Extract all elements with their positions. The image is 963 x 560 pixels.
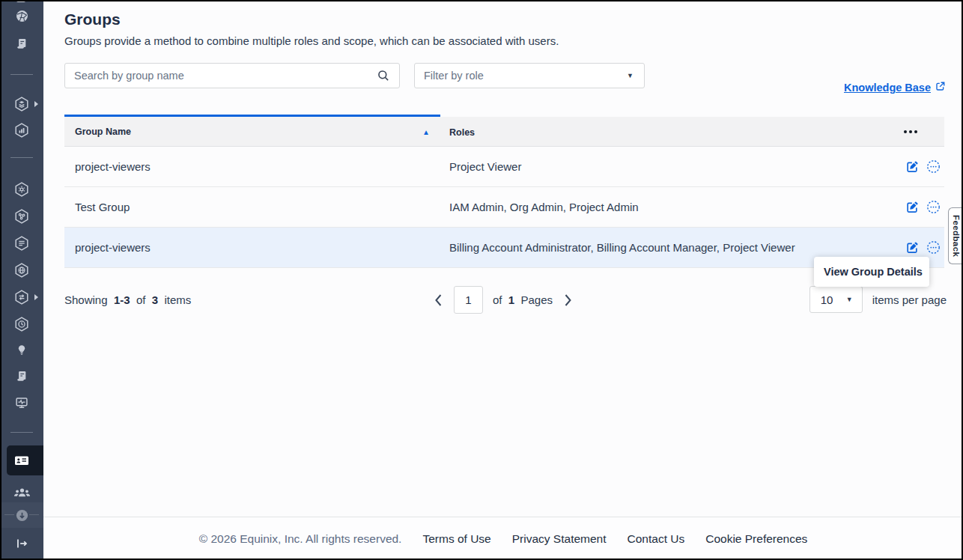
total-pages: 1 [508, 293, 514, 306]
sidebar-item-monitoring[interactable] [0, 389, 43, 416]
group-name-cell: project-viewers [64, 241, 440, 254]
cookie-preferences-link[interactable]: Cookie Preferences [705, 532, 807, 546]
column-header-roles[interactable]: Roles [440, 125, 875, 139]
table-options-menu-icon[interactable] [899, 126, 935, 138]
monitor-pulse-icon [13, 395, 30, 411]
footer: © 2026 Equinix, Inc. All rights reserved… [43, 517, 963, 560]
page-title: Groups [64, 10, 121, 28]
edit-group-icon[interactable] [905, 240, 920, 255]
sidebar-logout-button[interactable] [0, 530, 43, 557]
stack-hex-icon [13, 235, 30, 252]
per-page-value: 10 [821, 293, 833, 306]
groups-table: Group Name ▲ Roles project-viewers Proje… [64, 115, 944, 268]
sidebar-item-documentation[interactable] [0, 30, 43, 57]
terms-of-use-link[interactable]: Terms of Use [422, 532, 490, 546]
roles-header-label: Roles [449, 127, 475, 138]
layers-hex-icon [13, 96, 30, 112]
roles-cell: IAM Admin, Org Admin, Project Admin [440, 201, 875, 213]
network-hex-icon [13, 208, 30, 225]
more-options-icon[interactable] [926, 199, 941, 215]
more-options-icon[interactable] [926, 159, 941, 174]
privacy-statement-link[interactable]: Privacy Statement [512, 532, 607, 546]
search-icon[interactable] [377, 69, 390, 82]
showing-count: Showing 1-3 of 3 items [64, 293, 191, 306]
sidebar-scroll-down-button[interactable] [0, 502, 43, 528]
page-number-input[interactable] [454, 286, 483, 314]
sidebar [0, 0, 43, 560]
sidebar-item-internet[interactable] [0, 257, 43, 284]
sidebar-item-analytics[interactable] [0, 117, 43, 144]
main-content: Groups Groups provide a method to combin… [43, 0, 963, 560]
external-link-icon [935, 81, 946, 94]
sidebar-divider [10, 157, 33, 158]
sidebar-item-layers[interactable] [0, 91, 43, 118]
gear-hex-icon [13, 181, 30, 198]
table-row-highlighted[interactable]: project-viewers Billing Account Administ… [64, 228, 944, 268]
showing-items-label: items [164, 293, 191, 306]
knowledge-base-label: Knowledge Base [844, 82, 931, 94]
sidebar-item-identity-active[interactable] [0, 447, 43, 474]
more-options-icon-open[interactable] [926, 240, 941, 255]
chevron-right-icon [34, 294, 38, 300]
roles-cell: Project Viewer [440, 160, 875, 173]
logout-icon [13, 535, 30, 552]
items-per-page: 10 ▼ items per page [809, 286, 947, 313]
row-context-menu: View Group Details [814, 257, 929, 287]
filter-label: Filter by role [424, 70, 484, 82]
roles-cell: Billing Account Administrator, Billing A… [440, 241, 875, 254]
sidebar-item-docs[interactable] [0, 362, 43, 389]
document-icon [14, 36, 30, 52]
bar-chart-hex-icon [13, 122, 30, 139]
sidebar-item-time[interactable] [0, 311, 43, 338]
page-of-label: of [493, 293, 502, 306]
showing-range: 1-3 [114, 293, 130, 306]
feedback-tab[interactable]: Feedback [948, 207, 963, 264]
edit-group-icon[interactable] [905, 159, 920, 174]
scroll-down-circle-icon [15, 508, 29, 523]
table-header: Group Name ▲ Roles [64, 115, 944, 147]
search-input[interactable] [65, 70, 377, 82]
page-of-text: of 1 Pages [493, 293, 553, 306]
pages-label: Pages [521, 293, 553, 306]
fabric-globe-icon [14, 8, 30, 24]
sidebar-divider [10, 74, 33, 75]
per-page-label: items per page [872, 293, 947, 306]
group-name-header-label: Group Name [75, 127, 131, 137]
sidebar-item-services[interactable] [0, 176, 43, 203]
group-name-cell: Test Group [64, 201, 440, 213]
sidebar-item-transfers[interactable] [0, 284, 43, 311]
transfer-arrows-hex-icon [13, 289, 30, 305]
id-card-icon [13, 451, 31, 469]
knowledge-base-link[interactable]: Knowledge Base [844, 81, 946, 94]
contact-us-link[interactable]: Contact Us [628, 532, 685, 546]
items-per-page-select[interactable]: 10 ▼ [809, 286, 863, 313]
sidebar-divider [10, 432, 33, 433]
clock-hex-icon [13, 316, 30, 332]
column-header-group-name[interactable]: Group Name ▲ [64, 127, 440, 137]
user-groups-icon [13, 484, 31, 501]
chevron-down-icon: ▼ [627, 72, 634, 79]
sidebar-item-network-graph[interactable] [0, 203, 43, 230]
pager: of 1 Pages [433, 286, 574, 314]
sidebar-item-fabric[interactable] [0, 2, 43, 29]
copyright-text: © 2026 Equinix, Inc. All rights reserved… [199, 532, 402, 546]
page-description: Groups provide a method to combine multi… [64, 34, 559, 47]
table-row[interactable]: project-viewers Project Viewer [64, 147, 944, 187]
sidebar-item-stack[interactable] [0, 230, 43, 257]
chevron-down-icon: ▼ [846, 296, 853, 303]
group-name-cell: project-viewers [64, 160, 440, 173]
globe-hex-icon [13, 262, 30, 279]
feedback-label: Feedback [952, 215, 961, 257]
edit-group-icon[interactable] [905, 200, 920, 215]
table-row[interactable]: Test Group IAM Admin, Org Admin, Project… [64, 187, 944, 228]
document-icon [14, 368, 30, 384]
previous-page-icon[interactable] [433, 292, 444, 308]
showing-total: 3 [152, 293, 158, 306]
sidebar-item-ideas[interactable] [0, 336, 43, 363]
lightbulb-icon [14, 341, 29, 358]
sort-ascending-icon[interactable]: ▲ [422, 128, 430, 136]
showing-label: Showing [64, 293, 108, 306]
role-filter-dropdown[interactable]: Filter by role ▼ [414, 63, 645, 88]
view-group-details-menu-item[interactable]: View Group Details [824, 266, 923, 278]
next-page-icon[interactable] [562, 292, 574, 308]
